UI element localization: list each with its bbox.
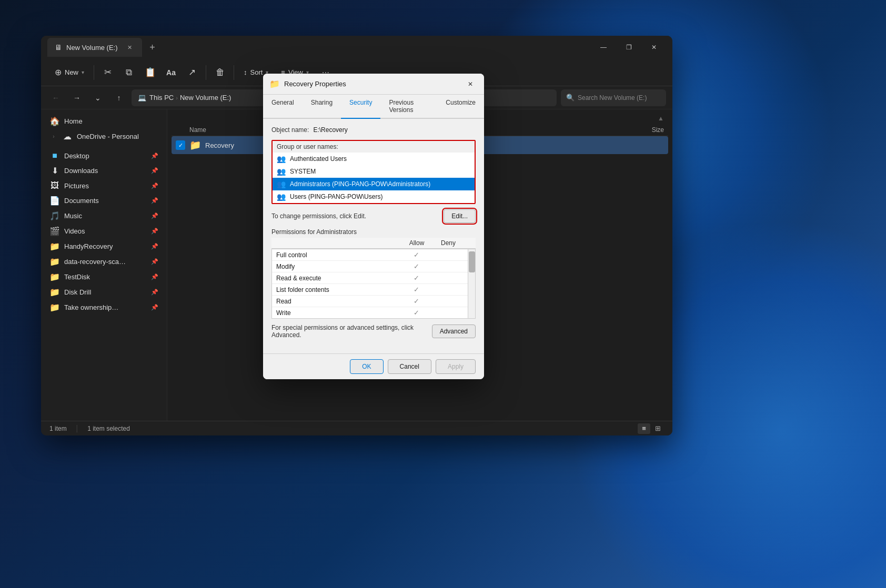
permissions-header: Permissions for Administrators (271, 228, 476, 236)
edit-button[interactable]: Edit... (444, 209, 476, 223)
back-button[interactable]: ← (47, 89, 64, 106)
sidebar-item-pictures[interactable]: 🖼 Pictures 📌 (43, 178, 165, 193)
maximize-button[interactable]: ❐ (617, 39, 641, 56)
user-item-administrators[interactable]: 👥 Administrators (PING-PANG-POW\Administ… (273, 178, 475, 190)
group-users-box: Group or user names: 👥 Authenticated Use… (271, 140, 476, 204)
edit-row: To change permissions, click Edit. Edit.… (271, 209, 476, 223)
perm-readexecute-label: Read & execute (276, 275, 400, 282)
sidebar-item-diskdrill[interactable]: 📁 Disk Drill 📌 (43, 285, 165, 300)
perm-row-modify[interactable]: Modify ✓ (272, 261, 468, 272)
breadcrumb-this-pc[interactable]: This PC (149, 94, 174, 102)
perm-col-name (276, 239, 401, 247)
cut-button[interactable]: ✂ (98, 63, 117, 82)
ok-button[interactable]: OK (350, 359, 383, 374)
tab-customize-label: Customize (446, 99, 476, 106)
tab-sharing[interactable]: Sharing (303, 95, 341, 119)
permissions-scrollbar[interactable] (468, 249, 475, 318)
pin-icon-desktop: 📌 (151, 153, 158, 159)
minimize-button[interactable]: — (591, 39, 616, 56)
tab-security[interactable]: Security (341, 95, 380, 119)
perm-write-label: Write (276, 309, 400, 317)
sidebar-item-videos[interactable]: 🎬 Videos 📌 (43, 224, 165, 239)
pin-icon-data: 📌 (151, 258, 158, 265)
perm-fullcontrol-allow: ✓ (400, 251, 432, 259)
sidebar-music-label: Music (64, 212, 82, 220)
copy-button[interactable]: ⧉ (119, 63, 138, 82)
sidebar-item-home[interactable]: 🏠 Home (43, 114, 165, 129)
cancel-button[interactable]: Cancel (388, 359, 431, 374)
sidebar-item-takeownership[interactable]: 📁 Take ownership… 📌 (43, 300, 165, 315)
user-icon-administrators: 👥 (277, 180, 286, 188)
grid-view-button[interactable]: ⊞ (651, 423, 664, 434)
paste-button[interactable]: 📋 (140, 63, 159, 82)
advanced-button[interactable]: Advanced (432, 325, 476, 338)
new-button[interactable]: ⊕ New ▾ (49, 64, 89, 80)
dialog-titlebar: 📁 Recovery Properties ✕ (263, 74, 484, 95)
list-view-button[interactable]: ≡ (638, 423, 650, 434)
dialog-close-button[interactable]: ✕ (463, 77, 478, 92)
forward-button[interactable]: → (68, 89, 85, 106)
tab-customize[interactable]: Customize (437, 95, 484, 119)
permissions-section: Permissions for Administrators Allow Den… (271, 228, 476, 319)
sidebar-item-handyrecovery[interactable]: 📁 HandyRecovery 📌 (43, 239, 165, 254)
tab-close-button[interactable]: ✕ (125, 43, 135, 52)
tab-general-label: General (271, 99, 294, 106)
status-bar: 1 item │ 1 item selected ≡ ⊞ (41, 421, 672, 435)
apply-button[interactable]: Apply (436, 359, 476, 374)
separator-3 (234, 65, 234, 80)
perm-row-listfolder[interactable]: List folder contents ✓ (272, 284, 468, 296)
share-icon: ↗ (188, 67, 196, 78)
user-icon-authenticated: 👥 (277, 155, 286, 163)
close-button[interactable]: ✕ (642, 39, 666, 56)
paste-icon: 📋 (145, 67, 156, 78)
breadcrumb-volume[interactable]: New Volume (E:) (180, 94, 231, 102)
user-item-system[interactable]: 👥 SYSTEM (273, 165, 475, 178)
scroll-up-indicator: ▲ (658, 115, 664, 122)
sidebar-item-downloads[interactable]: ⬇ Downloads 📌 (43, 163, 165, 178)
sidebar-item-onedrive[interactable]: › ☁ OneDrive - Personal (43, 129, 165, 144)
share-button[interactable]: ↗ (183, 63, 202, 82)
perm-col-allow: Allow (401, 239, 432, 247)
col-name-label: Name (189, 126, 206, 134)
expand-icon: › (49, 133, 58, 141)
separator-2 (206, 65, 206, 80)
rename-button[interactable]: Aa (162, 63, 180, 82)
search-bar[interactable]: 🔍 Search New Volume (E:) (561, 89, 666, 106)
sidebar-item-documents[interactable]: 📄 Documents 📌 (43, 193, 165, 208)
delete-icon: 🗑 (216, 67, 225, 78)
user-item-authenticated[interactable]: 👥 Authenticated Users (273, 153, 475, 165)
pin-icon-music: 📌 (151, 212, 158, 219)
sidebar-home-label: Home (64, 117, 83, 125)
pin-icon-take: 📌 (151, 304, 158, 311)
user-label-system: SYSTEM (290, 168, 316, 175)
col-size-header[interactable]: Size (601, 126, 664, 134)
object-name-value: E:\Recovery (313, 126, 347, 134)
perm-row-fullcontrol[interactable]: Full control ✓ (272, 249, 468, 261)
expand-button[interactable]: ⌄ (89, 89, 106, 106)
delete-button[interactable]: 🗑 (210, 63, 229, 82)
sidebar-item-datarecovery[interactable]: 📁 data-recovery-sca… 📌 (43, 254, 165, 269)
perm-listfolder-label: List folder contents (276, 286, 400, 293)
file-checkbox[interactable]: ✓ (176, 140, 185, 150)
user-item-users[interactable]: 👥 Users (PING-PANG-POW\Users) (273, 190, 475, 203)
explorer-tab[interactable]: 🖥 New Volume (E:) ✕ (47, 38, 142, 57)
perm-row-write[interactable]: Write ✓ (272, 307, 468, 318)
takeownership-icon: 📁 (49, 302, 60, 312)
view-toggle-buttons: ≡ ⊞ (638, 423, 664, 434)
up-button[interactable]: ↑ (110, 89, 127, 106)
sort-icon: ↕ (244, 68, 247, 76)
perm-read-allow: ✓ (400, 297, 432, 305)
documents-icon: 📄 (49, 196, 60, 206)
tab-previous-versions-label: Previous Versions (389, 99, 414, 114)
folder-icon: 📁 (189, 139, 201, 151)
sidebar-item-music[interactable]: 🎵 Music 📌 (43, 208, 165, 224)
sidebar-item-desktop[interactable]: ■ Desktop 📌 (43, 148, 165, 163)
tab-general[interactable]: General (263, 95, 303, 119)
perm-row-read[interactable]: Read ✓ (272, 296, 468, 307)
edit-hint: To change permissions, click Edit. (271, 212, 438, 220)
cancel-label: Cancel (400, 363, 419, 370)
sidebar-item-testdisk[interactable]: 📁 TestDisk 📌 (43, 269, 165, 285)
tab-previous-versions[interactable]: Previous Versions (380, 95, 437, 119)
perm-row-readexecute[interactable]: Read & execute ✓ (272, 272, 468, 284)
new-tab-button[interactable]: + (144, 39, 161, 56)
